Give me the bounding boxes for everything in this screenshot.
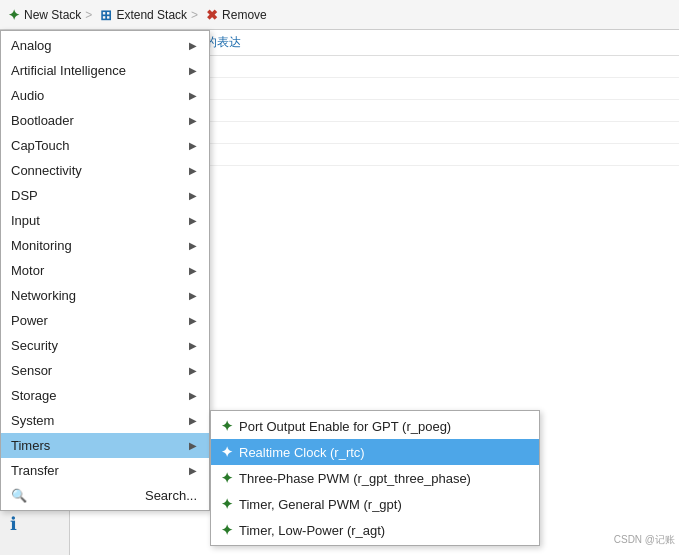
submenu-item-label: Realtime Clock (r_rtc) (239, 445, 365, 460)
menu-item-captouch[interactable]: CapTouch▶ (1, 133, 209, 158)
submenu-item-realtime-clock--r-rtc-[interactable]: ✦Realtime Clock (r_rtc) (211, 439, 539, 465)
remove-icon: ✖ (206, 7, 218, 23)
menu-item-system[interactable]: System▶ (1, 408, 209, 433)
remove-label: Remove (222, 8, 267, 22)
menu-item-motor[interactable]: Motor▶ (1, 258, 209, 283)
menu-item-analog[interactable]: Analog▶ (1, 33, 209, 58)
dropdown-menu: Analog▶Artificial Intelligence▶Audio▶Boo… (0, 30, 210, 511)
menu-item-bootloader[interactable]: Bootloader▶ (1, 108, 209, 133)
submenu-item-port-output-enable-for-gpt--r-poeg-[interactable]: ✦Port Output Enable for GPT (r_poeg) (211, 413, 539, 439)
extend-stack-separator: > (191, 8, 198, 22)
menu-item-timers[interactable]: Timers▶ (1, 433, 209, 458)
menu-item-label: Bootloader (11, 113, 74, 128)
menu-item-monitoring[interactable]: Monitoring▶ (1, 233, 209, 258)
menu-item-label: Input (11, 213, 40, 228)
search-label: Search... (145, 488, 197, 503)
menu-item-label: DSP (11, 188, 38, 203)
submenu-item-label: Port Output Enable for GPT (r_poeg) (239, 419, 451, 434)
menu-item-networking[interactable]: Networking▶ (1, 283, 209, 308)
menu-item-audio[interactable]: Audio▶ (1, 83, 209, 108)
menu-item-label: Monitoring (11, 238, 72, 253)
menu-item-label: Power (11, 313, 48, 328)
new-stack-icon: ✦ (8, 7, 20, 23)
menu-item-label: CapTouch (11, 138, 70, 153)
submenu-arrow-icon: ▶ (189, 415, 197, 426)
submenu-item-three-phase-pwm--r-gpt-three-phase-[interactable]: ✦Three-Phase PWM (r_gpt_three_phase) (211, 465, 539, 491)
submenu-item-label: Timer, Low-Power (r_agt) (239, 523, 385, 538)
main-area: ✦ G ℹ button_stat ✦ 添加新的表达 Analog▶Artifi… (0, 30, 679, 555)
menu-item-label: Networking (11, 288, 76, 303)
menu-item-artificial-intelligence[interactable]: Artificial Intelligence▶ (1, 58, 209, 83)
menu-item-input[interactable]: Input▶ (1, 208, 209, 233)
submenu-arrow-icon: ▶ (189, 140, 197, 151)
submenu-item-label: Three-Phase PWM (r_gpt_three_phase) (239, 471, 471, 486)
submenu-arrow-icon: ▶ (189, 240, 197, 251)
menu-item-sensor[interactable]: Sensor▶ (1, 358, 209, 383)
submenu-arrow-icon: ▶ (189, 265, 197, 276)
submenu-arrow-icon: ▶ (189, 290, 197, 301)
menu-item-dsp[interactable]: DSP▶ (1, 183, 209, 208)
submenu-arrow-icon: ▶ (189, 390, 197, 401)
menu-item-transfer[interactable]: Transfer▶ (1, 458, 209, 483)
submenu-arrow-icon: ▶ (189, 215, 197, 226)
menu-item-label: Security (11, 338, 58, 353)
menu-item-label: Analog (11, 38, 51, 53)
menu-item-label: Motor (11, 263, 44, 278)
submenu: ✦Port Output Enable for GPT (r_poeg)✦Rea… (210, 410, 540, 546)
extend-stack-button[interactable]: ⊞ Extend Stack > (100, 7, 198, 23)
extend-stack-icon: ⊞ (100, 7, 112, 23)
new-stack-separator: > (85, 8, 92, 22)
watermark: CSDN @记账 (614, 533, 675, 547)
remove-button[interactable]: ✖ Remove (206, 7, 267, 23)
menu-item-label: Sensor (11, 363, 52, 378)
submenu-item-icon: ✦ (221, 496, 233, 512)
submenu-arrow-icon: ▶ (189, 365, 197, 376)
submenu-item-timer--low-power--r-agt-[interactable]: ✦Timer, Low-Power (r_agt) (211, 517, 539, 543)
submenu-item-icon: ✦ (221, 522, 233, 538)
submenu-arrow-icon: ▶ (189, 340, 197, 351)
menu-item-security[interactable]: Security▶ (1, 333, 209, 358)
menu-item-label: Connectivity (11, 163, 82, 178)
menu-item-label: Transfer (11, 463, 59, 478)
menu-item-label: Audio (11, 88, 44, 103)
info-icon: ℹ (10, 513, 17, 535)
menu-item-label: Artificial Intelligence (11, 63, 126, 78)
submenu-item-icon: ✦ (221, 418, 233, 434)
new-stack-button[interactable]: ✦ New Stack > (8, 7, 92, 23)
submenu-arrow-icon: ▶ (189, 440, 197, 451)
submenu-arrow-icon: ▶ (189, 315, 197, 326)
toolbar: ✦ New Stack > ⊞ Extend Stack > ✖ Remove (0, 0, 679, 30)
new-stack-label: New Stack (24, 8, 81, 22)
submenu-arrow-icon: ▶ (189, 115, 197, 126)
submenu-item-icon: ✦ (221, 470, 233, 486)
submenu-arrow-icon: ▶ (189, 65, 197, 76)
submenu-arrow-icon: ▶ (189, 40, 197, 51)
extend-stack-label: Extend Stack (116, 8, 187, 22)
menu-item-power[interactable]: Power▶ (1, 308, 209, 333)
menu-item-label: Timers (11, 438, 50, 453)
search-icon: 🔍 (11, 488, 27, 503)
submenu-arrow-icon: ▶ (189, 90, 197, 101)
submenu-arrow-icon: ▶ (189, 465, 197, 476)
submenu-item-icon: ✦ (221, 444, 233, 460)
submenu-item-label: Timer, General PWM (r_gpt) (239, 497, 402, 512)
menu-item-label: Storage (11, 388, 57, 403)
submenu-item-timer--general-pwm--r-gpt-[interactable]: ✦Timer, General PWM (r_gpt) (211, 491, 539, 517)
menu-item-label: System (11, 413, 54, 428)
submenu-arrow-icon: ▶ (189, 190, 197, 201)
menu-item-connectivity[interactable]: Connectivity▶ (1, 158, 209, 183)
menu-item-storage[interactable]: Storage▶ (1, 383, 209, 408)
search-menu-item[interactable]: 🔍Search... (1, 483, 209, 508)
submenu-arrow-icon: ▶ (189, 165, 197, 176)
